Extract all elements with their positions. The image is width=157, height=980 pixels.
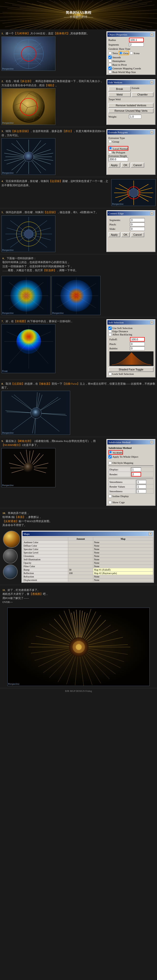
step-10-col-name: [23, 537, 68, 541]
step-2-weight-input[interactable]: [129, 115, 141, 119]
step-1-realworld-checkbox[interactable]: Real-World Map Size: [109, 70, 136, 73]
step-2-chamfer-btn[interactable]: Chamfer: [131, 92, 154, 97]
step-4-viewports: Perspective: [111, 179, 155, 206]
step-2-viewport-label: Perspective: [2, 121, 13, 124]
step-9-left: 9、最后加上【树格光滑】（或者细分线，用Editable Poly自带的光滑也可…: [2, 439, 105, 506]
step-7-bubble-label: Bubble:: [109, 347, 129, 350]
step-5-ok-btn[interactable]: OK: [121, 232, 130, 237]
step-5-cancel-btn[interactable]: Cancel: [131, 232, 144, 237]
step-9-smooth-display-input[interactable]: [136, 480, 146, 484]
step-3-extrusion-type-options: Group Local Normal By Polygon: [109, 140, 154, 154]
step-9-display-input[interactable]: [131, 468, 141, 471]
step-10-close-btn[interactable]: ×: [149, 532, 152, 536]
step-1-genmapping-checkbox[interactable]: Generate Mapping Coords: [109, 67, 141, 70]
step-5-pinch-row: Pinch:: [109, 223, 152, 226]
step-10-section: 10、简单的弄个材质， 给球体2贴【表面】，参数默认， 【反射通道】贴一个MAX…: [0, 508, 157, 585]
step-1-icosa-radio[interactable]: Icosa: [130, 51, 139, 55]
step-6-right-svg: [52, 276, 101, 315]
step-1-smooth-checkbox[interactable]: Smooth: [109, 56, 121, 59]
svg-point-154: [24, 229, 33, 239]
step-8-section: 8、取消【点层级】的选择，在【修改器】里找一下【扭曲/Twist】立上，将90度…: [0, 380, 157, 437]
step-3-apply-btn[interactable]: Apply: [109, 163, 120, 167]
step-1-close-btn[interactable]: ×: [150, 33, 154, 36]
step-3-localnormal-radio[interactable]: Local Normal: [109, 146, 128, 151]
step-9-dialog-titlebar: Subdivision Method ×: [107, 440, 155, 444]
step-5-dialog-title: Connect Edge: [109, 212, 123, 215]
step-9-smooth-display-val: [135, 479, 153, 484]
step-7-pinch-label: Pinch:: [109, 342, 129, 345]
step-9-dialog: Subdivision Method × Subdivision Method …: [106, 439, 155, 506]
step-5-segments-row: Segments:: [109, 218, 152, 222]
step-3-height-input[interactable]: [109, 157, 128, 161]
step-9-nurms-radio[interactable]: NURMS: [109, 450, 123, 455]
step-5-dialog: Connect Edge × Segments: Pinch: Slide: A…: [106, 210, 155, 252]
step-4-text: 4、完后保持面的选择，按右键，转换到【边层级】面键，这时突刺也变成了一个一枚，之…: [2, 179, 110, 187]
step-4-viewport-1: Perspective: [111, 179, 155, 206]
step-7-viewport: Front: [2, 324, 55, 373]
step-5-segments-input[interactable]: [130, 218, 145, 222]
step-7-affectback-checkbox[interactable]: Affect Backfacing: [109, 333, 154, 336]
step-2-remove-isolated-btn[interactable]: Remove Isolated Vertices: [109, 103, 154, 108]
step-2-dialog: Edit Vertices × Break Extrude Weld Chamf…: [106, 79, 155, 125]
step-10-row-ambient: Ambient ColorNone: [23, 541, 153, 544]
step-10-maps-body: Amount Map Ambient ColorNone Diffuse Col…: [22, 537, 153, 582]
step-7-edgedist-checkbox[interactable]: Edge Distance: [109, 330, 154, 333]
step-9-isoline-checkbox[interactable]: Isoline Display: [109, 495, 154, 498]
step-2-break-btn[interactable]: Break: [109, 86, 131, 91]
step-9-close-btn[interactable]: ×: [150, 441, 154, 444]
step-4-svg-1: [112, 179, 155, 206]
step-2-remove-unused-btn[interactable]: Remove Unused Map Verts: [109, 108, 154, 113]
step-6-left-label: Perspective: [2, 312, 13, 314]
step-7-close-btn[interactable]: ×: [150, 321, 154, 324]
step-3-viewport: Perspective: [2, 138, 55, 175]
step-5-pinch-input[interactable]: [130, 223, 145, 226]
step-5-slide-input[interactable]: [130, 227, 145, 231]
step-9-smoothness-table: Smoothness Render Values Smoothness: [109, 479, 154, 494]
step-1-viewport: Perspective: [2, 37, 55, 71]
step-7-shaded-toggle-btn[interactable]: Shaded Face Toggle: [109, 367, 154, 372]
step-3-close-btn[interactable]: ×: [150, 130, 154, 134]
step-7-bubble-input[interactable]: [130, 347, 145, 350]
step-7-pinch-input[interactable]: [130, 342, 145, 346]
step-3-ok-btn[interactable]: OK: [121, 163, 130, 167]
step-3-dialog: Extrude Polygons × Extrusion Type Group …: [106, 129, 155, 175]
step-10-row-bump: Bump30Map #1 (Falloff): [23, 568, 153, 571]
step-10-row-gloss: GlossinessNone: [23, 554, 153, 558]
step-1-radius-input[interactable]: [129, 38, 144, 42]
step-2-weight-label: Weight:: [109, 115, 128, 118]
step-5-close-btn[interactable]: ×: [150, 212, 154, 215]
step-3-left: 3、转到【多边形层级】，全选所有的面，接多边形【挤出】，长度大概球体直径的8/1…: [2, 129, 105, 175]
step-7-usesoft-checkbox[interactable]: Use Soft Selection: [109, 326, 154, 330]
step-3-cancel-btn[interactable]: Cancel: [131, 163, 144, 167]
step-5-section: 5、保持边的选择，按右键，转换到【边层级】，做边连接，有3、4段数就OK了。: [0, 208, 157, 254]
step-2-close-btn[interactable]: ×: [150, 81, 154, 84]
step-9-showcage-checkbox[interactable]: Show Cage: [109, 501, 154, 504]
page-container: 简单的MAX教程 ——长着触手的球—— 1、建一个【几何球体】,大小300左右，…: [0, 0, 157, 694]
step-1-segments-input[interactable]: [129, 43, 144, 46]
step-10-row-opacity: OpacityNone: [23, 561, 153, 565]
step-9-smooth-vals-input[interactable]: [136, 489, 146, 493]
step-2-weld-btn[interactable]: Weld: [109, 92, 131, 97]
step-2-viewport: Perspective: [2, 88, 55, 125]
step-6-left-svg: [2, 276, 51, 315]
step-3-group-radio[interactable]: Group: [109, 140, 154, 143]
step-1-hemisphere-checkbox[interactable]: Hemisphere: [109, 59, 125, 62]
step-5-svg: [2, 216, 55, 252]
step-1-basetopivot-checkbox[interactable]: Base to Pivot: [109, 63, 127, 66]
step-5-apply-btn[interactable]: Apply: [109, 232, 120, 237]
step-1-tetra-radio[interactable]: Tetra: [109, 51, 118, 55]
step-7-falloff-input[interactable]: [130, 337, 145, 342]
step-9-render-val-label: Render Values: [109, 484, 136, 489]
step-7-locksoft-checkbox[interactable]: Lock Soft Selection: [109, 372, 154, 375]
step-7-text: 7、好，在【前视图】向下移动中的点，要保证一次移动到，: [2, 319, 105, 323]
step-10-maps-title: Maps: [24, 532, 29, 535]
step-9-render-val-input[interactable]: [136, 485, 146, 488]
step-9-oldstyle-checkbox[interactable]: Old-Style Mapping: [109, 461, 154, 465]
step-6-right-label: Perspective: [52, 312, 64, 314]
step-10-maps-dialog: Maps × Amount Map Ambient Col: [22, 531, 154, 583]
step-9-applywhole-checkbox[interactable]: Apply To Whole Object: [109, 455, 154, 458]
step-9-render-input[interactable]: [131, 472, 141, 477]
step-3-bypoly-radio[interactable]: By Polygon: [109, 151, 154, 154]
step-1-dialog-title: Object Properties: [109, 33, 127, 36]
step-1-octa-radio[interactable]: Octa: [119, 51, 129, 55]
